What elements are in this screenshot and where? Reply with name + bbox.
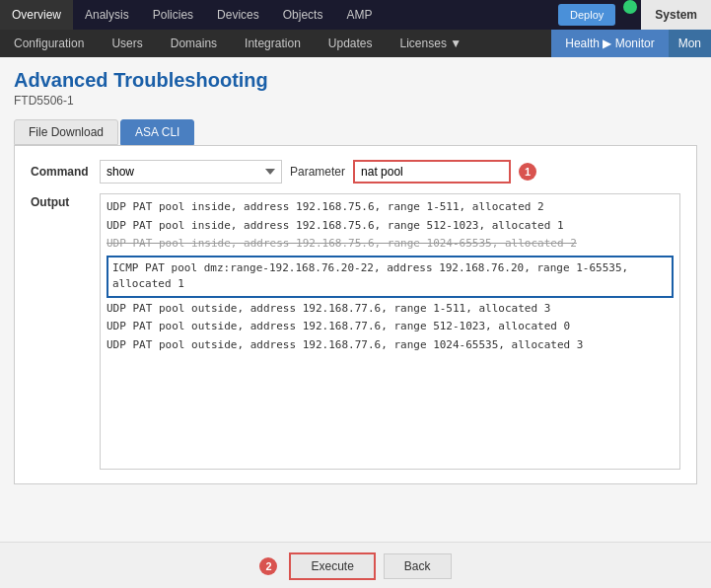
page-subtitle: FTD5506-1: [14, 94, 697, 108]
footer: 2 Execute Back: [0, 542, 711, 588]
nav-users[interactable]: Users: [98, 30, 156, 57]
nav-integration[interactable]: Integration: [231, 30, 315, 57]
deploy-button[interactable]: Deploy: [558, 4, 615, 26]
nav-licenses[interactable]: Licenses ▼: [387, 30, 476, 57]
output-row: Output UDP PAT pool inside, address 192.…: [31, 193, 680, 470]
second-nav: Configuration Users Domains Integration …: [0, 30, 711, 57]
badge-1: 1: [519, 163, 536, 181]
execute-button[interactable]: Execute: [289, 552, 375, 580]
output-line-2: UDP PAT pool inside, address 192.168.75.…: [107, 217, 674, 236]
back-button[interactable]: Back: [384, 553, 452, 579]
content-area: Advanced Troubleshooting FTD5506-1 File …: [0, 57, 711, 542]
nav-domains[interactable]: Domains: [157, 30, 231, 57]
nav-analysis[interactable]: Analysis: [73, 0, 141, 30]
output-box[interactable]: UDP PAT pool inside, address 192.168.75.…: [100, 193, 680, 470]
health-monitor-button[interactable]: Health ▶ Monitor: [551, 30, 668, 57]
nav-amp[interactable]: AMP: [334, 0, 384, 30]
tab-file-download[interactable]: File Download: [14, 119, 118, 145]
nav-configuration[interactable]: Configuration: [0, 30, 98, 57]
output-line-7: UDP PAT pool outside, address 192.168.77…: [107, 336, 674, 355]
badge-2: 2: [259, 557, 277, 575]
nav-policies[interactable]: Policies: [141, 0, 205, 30]
parameter-label: Parameter: [290, 165, 345, 179]
command-row: Command show Parameter 1: [31, 160, 680, 184]
page-title: Advanced Troubleshooting: [14, 69, 697, 92]
tab-bar: File Download ASA CLI: [14, 119, 697, 145]
system-button[interactable]: System: [641, 0, 711, 30]
tab-asa-cli[interactable]: ASA CLI: [120, 119, 194, 145]
form-area: Command show Parameter 1 Output UDP PAT …: [14, 145, 697, 484]
output-line-1: UDP PAT pool inside, address 192.168.75.…: [107, 198, 674, 217]
output-line-3: UDP PAT pool inside, address 192.168.75.…: [107, 235, 674, 254]
top-nav: Overview Analysis Policies Devices Objec…: [0, 0, 711, 30]
nav-devices[interactable]: Devices: [205, 0, 271, 30]
output-line-4-highlighted: ICMP PAT pool dmz:range-192.168.76.20-22…: [107, 256, 674, 298]
command-label: Command: [31, 165, 100, 179]
deploy-status-icon: [623, 0, 637, 14]
nav-updates[interactable]: Updates: [315, 30, 387, 57]
command-select[interactable]: show: [100, 160, 282, 184]
output-line-5: UDP PAT pool outside, address 192.168.77…: [107, 300, 674, 319]
nav-overview[interactable]: Overview: [0, 0, 73, 30]
output-line-6: UDP PAT pool outside, address 192.168.77…: [107, 318, 674, 336]
nav-objects[interactable]: Objects: [271, 0, 335, 30]
mon-button[interactable]: Mon: [669, 30, 711, 57]
parameter-input[interactable]: [353, 160, 511, 184]
output-label: Output: [31, 193, 100, 209]
